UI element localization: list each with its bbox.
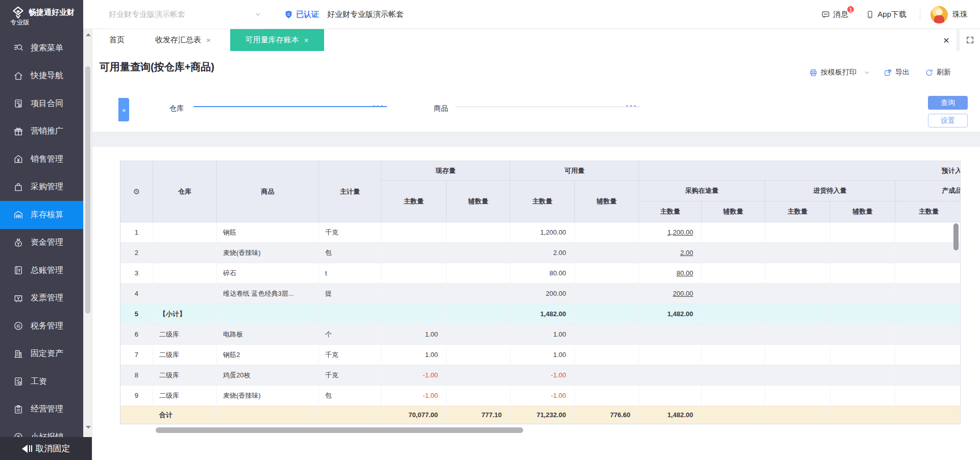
cell-available-aux — [575, 365, 639, 386]
table-vertical-scrollbar-thumb[interactable] — [953, 223, 959, 250]
cell-po-transit-main: 1,482.00 — [639, 304, 702, 324]
app-download-button[interactable]: App下载 — [866, 10, 906, 19]
cell-po-transit-main-link[interactable]: 1,200.00 — [639, 222, 702, 243]
print-label: 按模板打印 — [821, 68, 856, 77]
tab-available-qty-ledger[interactable]: 可用量库存账本 × — [230, 29, 324, 51]
cell-empty — [830, 345, 895, 365]
chevron-down-icon[interactable] — [864, 69, 870, 76]
sidebar-item-inventory-accounting[interactable]: 库存核算 — [0, 201, 83, 229]
cell-product: 钢筋2 — [217, 345, 319, 365]
messages-button[interactable]: 消息 1 — [821, 10, 848, 19]
table-row[interactable]: 6 二级库 电路板 个 1.00 1.00 — [120, 324, 961, 345]
scroll-down-arrow-icon[interactable] — [86, 426, 91, 429]
cell-available-aux — [575, 243, 639, 263]
cell-available-main: 1,482.00 — [510, 304, 575, 324]
cell-row-no: 5 — [120, 304, 153, 324]
cell-empty — [702, 222, 765, 243]
table-row[interactable]: 4 维达卷纸 蓝色经典3层... 提 200.00 200.00 — [120, 284, 961, 304]
clipboard-icon — [13, 404, 23, 415]
scroll-up-arrow-icon[interactable] — [86, 33, 91, 36]
page-toolbar: 按模板打印 导出 刷新 — [809, 68, 951, 77]
cell-po-transit-main-link[interactable]: 80.00 — [639, 263, 702, 284]
app-window: 好业财专业版演示帐套 企 已认证 好业财专业版演示帐套 消息 1 App下载 珠… — [0, 0, 980, 460]
sidebar-item-general-ledger[interactable]: 总账管理 — [0, 257, 83, 285]
sidebar-item-label: 搜索菜单 — [31, 43, 63, 54]
cell-warehouse: 【小计】 — [153, 304, 217, 324]
tab-home[interactable]: 首页 — [92, 29, 142, 51]
cell-product: 麦烧(香辣味) — [217, 386, 319, 406]
cell-onhand-main — [381, 263, 447, 284]
sidebar-scrollbar[interactable] — [83, 29, 92, 437]
cell-po-transit-main-link[interactable]: 200.00 — [639, 284, 702, 304]
sidebar-item-label: 总账管理 — [31, 265, 63, 276]
product-picker-ellipsis-button[interactable]: ··· — [626, 101, 638, 110]
page-title: 可用量查询(按仓库+商品) — [100, 60, 214, 74]
cell-available-main: -1.00 — [510, 386, 575, 406]
cell-onhand-main — [381, 284, 447, 304]
cell-empty — [765, 365, 830, 386]
account-set-selector[interactable]: 好业财专业版演示帐套 — [109, 0, 264, 29]
sidebar-item-invoice[interactable]: 发票管理 — [0, 285, 83, 313]
available-qty-table: ⚙ 仓库 商品 主计量 现存量 可用量 预计入库量 主数量 辅数量 主数量 辅数… — [120, 161, 961, 424]
contract-document-icon — [13, 98, 23, 109]
sidebar-item-fixed-assets[interactable]: 固定资产 — [0, 340, 83, 368]
cell-row-no — [120, 406, 153, 424]
gear-icon[interactable]: ⚙ — [133, 187, 140, 196]
tab-inout-summary[interactable]: 收发存汇总表 × — [142, 29, 224, 51]
table-row[interactable]: 7 二级库 钢筋2 千克 1.00 1.00 — [120, 345, 961, 365]
col-header-main-qty: 主数量 — [639, 201, 702, 222]
phone-icon — [866, 10, 874, 19]
cell-onhand-main — [381, 304, 447, 324]
unpin-sidebar-button[interactable]: 取消固定 — [0, 437, 92, 460]
sidebar-item-label: 快捷导航 — [31, 70, 63, 81]
user-avatar — [930, 6, 948, 23]
cell-unit: t — [319, 263, 381, 284]
export-button[interactable]: 导出 — [884, 68, 910, 77]
warehouse-picker-ellipsis-button[interactable]: ··· — [373, 101, 384, 110]
refresh-button[interactable]: 刷新 — [925, 68, 951, 77]
top-bar: 好业财专业版演示帐套 企 已认证 好业财专业版演示帐套 消息 1 App下载 珠… — [0, 0, 980, 29]
sidebar-item-quick-nav[interactable]: 快捷导航 — [0, 62, 83, 90]
table-row-subtotal[interactable]: 5 【小计】 1,482.00 1,482.00 — [120, 304, 961, 324]
user-menu[interactable]: 珠珠 — [930, 6, 968, 23]
tab-close-icon[interactable]: × — [206, 36, 211, 44]
cell-onhand-aux — [447, 243, 510, 263]
cell-row-no: 4 — [120, 284, 153, 304]
fullscreen-button[interactable] — [960, 29, 980, 51]
filter-expander-button[interactable]: » — [118, 98, 129, 121]
sidebar-item-sales[interactable]: 销售管理 — [0, 145, 83, 173]
table-row[interactable]: 1 钢筋 千克 1,200.00 1,200.00 — [120, 222, 961, 243]
sidebar-item-funds[interactable]: 资金管理 — [0, 229, 83, 257]
table-row[interactable]: 8 二级库 鸡蛋20枚 千克 -1.00 -1.00 — [120, 365, 961, 386]
cell-empty — [830, 243, 895, 263]
product-filter-input[interactable] — [456, 92, 641, 107]
cell-empty — [702, 243, 765, 263]
table-row[interactable]: 2 麦烧(香辣味) 包 2.00 2.00 — [120, 243, 961, 263]
tab-close-icon[interactable]: × — [304, 36, 309, 44]
query-button[interactable]: 查询 — [928, 96, 968, 110]
sidebar-scrollbar-thumb[interactable] — [85, 66, 90, 314]
settings-button[interactable]: 设置 — [928, 114, 968, 127]
table-row[interactable]: 9 二级库 麦烧(香辣味) 包 -1.00 -1.00 — [120, 386, 961, 406]
sidebar-item-search-menu[interactable]: 搜索菜单 — [0, 34, 83, 62]
search-menu-icon — [13, 43, 23, 53]
cell-row-no: 1 — [120, 222, 153, 243]
table-horizontal-scrollbar-thumb[interactable] — [156, 427, 523, 433]
invoice-icon — [13, 293, 23, 303]
sidebar-item-project-contract[interactable]: 项目合同 — [0, 90, 83, 118]
cell-empty — [830, 284, 895, 304]
cell-unit: 千克 — [319, 222, 381, 243]
tax-circle-icon: 税 — [13, 321, 23, 331]
table-row[interactable]: 3 碎石 t 80.00 80.00 — [120, 263, 961, 284]
close-page-button[interactable]: × — [936, 29, 957, 51]
sidebar-item-marketing[interactable]: 营销推广 — [0, 118, 83, 146]
sidebar-item-label: 销售管理 — [31, 154, 63, 165]
warehouse-filter-input[interactable] — [193, 92, 387, 107]
sidebar-item-payroll[interactable]: 工资 — [0, 368, 83, 396]
sidebar-item-purchase[interactable]: 采购管理 — [0, 173, 83, 201]
print-by-template-button[interactable]: 按模板打印 — [809, 68, 856, 77]
cell-empty — [765, 263, 830, 284]
sidebar-item-tax[interactable]: 税 税务管理 — [0, 312, 83, 340]
cell-po-transit-main-link[interactable]: 2.00 — [639, 243, 702, 263]
sidebar-item-operations[interactable]: 经营管理 — [0, 396, 83, 424]
